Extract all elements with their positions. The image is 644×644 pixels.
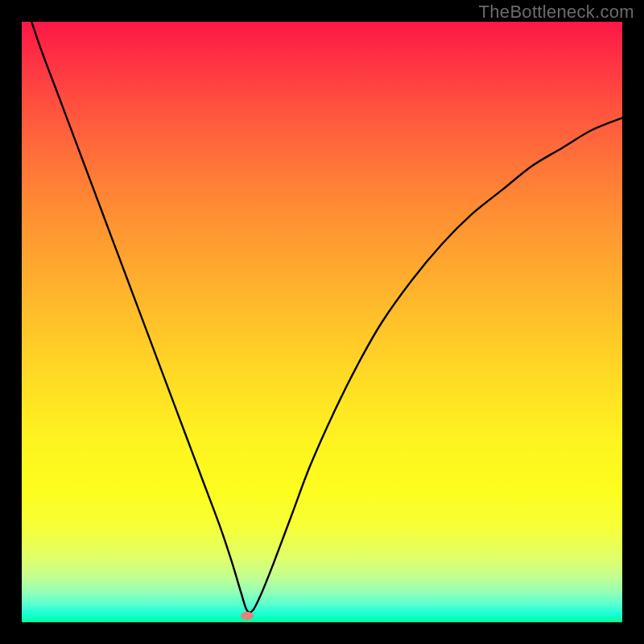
watermark-text: TheBottleneck.com: [479, 2, 634, 23]
bottleneck-curve: [22, 22, 622, 622]
plot-area: [22, 22, 622, 622]
optimum-marker: [241, 612, 254, 620]
chart-stage: TheBottleneck.com: [0, 0, 644, 644]
